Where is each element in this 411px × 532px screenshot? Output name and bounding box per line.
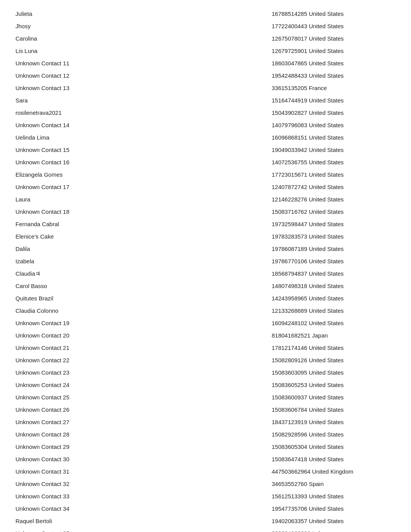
contact-row: Unknown Contact 3234653552760 Spain — [15, 478, 396, 490]
contact-name: Unknown Contact 17 — [15, 182, 124, 192]
contact-phone: 17812174146 United States — [272, 343, 396, 353]
contact-name: Fernanda Cabral — [15, 220, 124, 229]
contact-phone: 18568794837 United States — [272, 269, 396, 278]
contact-row: Claudia Colonno12133268689 United States — [15, 305, 396, 317]
contact-name: Laura — [15, 195, 124, 204]
contact-row: Unknown Contact 3315612513393 United Sta… — [15, 490, 396, 503]
contact-row: Unknown Contact 1614072536755 United Sta… — [15, 156, 396, 169]
contact-name: Unknown Contact 32 — [15, 479, 124, 489]
contact-name: Claudia Colonno — [15, 306, 124, 315]
contact-row: Unknown Contact 2117812174146 United Sta… — [15, 342, 396, 354]
contact-name: Raquel Bertoli — [15, 517, 124, 526]
contact-row: rosilenetrava202115043902827 United Stat… — [15, 107, 396, 119]
contact-phone: 33615135205 France — [272, 84, 396, 93]
contact-phone: 14807498318 United States — [272, 281, 396, 291]
contact-name: Lis Luna — [15, 46, 124, 56]
contact-name: Elenice's Cake — [15, 232, 124, 241]
contact-row: Sara15164744919 United States — [15, 94, 396, 107]
contact-phone: 15083600937 United States — [272, 393, 396, 402]
contact-row: Unknown Contact 1219542488433 United Sta… — [15, 70, 396, 82]
contact-name: Unknown Contact 12 — [15, 71, 124, 80]
contact-phone: 15082809126 United States — [272, 356, 396, 365]
contact-name: Izabela — [15, 257, 124, 266]
contact-name: Unknown Contact 33 — [15, 492, 124, 501]
contact-row: Dalila19786087189 United States — [15, 243, 396, 255]
contact-phone: 19732598447 United States — [272, 220, 396, 229]
contact-name: Carol Basso — [15, 281, 124, 291]
contact-row: Unknown Contact 2215082809126 United Sta… — [15, 354, 396, 367]
contact-row: Unknown Contact 31447503662964 United Ki… — [15, 466, 396, 478]
contact-row: Unknown Contact 35393294922636 Italy — [15, 527, 396, 532]
contact-name: Unknown Contact 22 — [15, 356, 124, 365]
contact-phone: 393294922636 Italy — [272, 529, 396, 532]
contact-name: Unknown Contact 29 — [15, 442, 124, 452]
contact-row: Elenice's Cake19783283573 United States — [15, 230, 396, 243]
contact-name: Jhosy — [15, 22, 124, 31]
contact-phone: 19783283573 United States — [272, 232, 396, 241]
contact-phone: 447503662964 United Kingdom — [272, 467, 396, 476]
contact-phone: 15083647418 United States — [272, 455, 396, 464]
contact-row: Unknown Contact 1414079796083 United Sta… — [15, 119, 396, 131]
contact-phone: 18437123919 United States — [272, 418, 396, 427]
contact-phone: 18603047865 United States — [272, 59, 396, 68]
contact-name: Unknown Contact 21 — [15, 343, 124, 353]
contact-row: Unknown Contact 2615083606784 United Sta… — [15, 404, 396, 416]
contact-name: Unknown Contact 31 — [15, 467, 124, 476]
contact-name: Unknown Contact 34 — [15, 504, 124, 513]
contact-phone: 19547735706 United States — [272, 504, 396, 513]
contact-row: Quitutes Brazil14243958965 United States — [15, 292, 396, 305]
contact-name: Unknown Contact 35 — [15, 529, 124, 532]
contact-row: Unknown Contact 1916094248102 United Sta… — [15, 317, 396, 329]
contact-phone: 15043902827 United States — [272, 108, 396, 118]
contact-row: Unknown Contact 2815082928596 United Sta… — [15, 428, 396, 441]
contact-name: rosilenetrava2021 — [15, 108, 124, 118]
contact-phone: 15083606784 United States — [272, 405, 396, 414]
contact-name: Quitutes Brazil — [15, 294, 124, 303]
contact-phone: 12675078017 United States — [272, 34, 396, 43]
contact-row: Raquel Bertoli19402063357 United States — [15, 515, 396, 527]
contact-row: Unknown Contact 2515083600937 United Sta… — [15, 391, 396, 404]
contact-phone: 16094248102 United States — [272, 319, 396, 328]
contact-row: Unknown Contact 1815083716762 United Sta… — [15, 206, 396, 218]
contact-name: Unknown Contact 11 — [15, 59, 124, 68]
contact-row: Elizangela Gomes17723015671 United State… — [15, 169, 396, 181]
contact-row: Unknown Contact 1519049033942 United Sta… — [15, 144, 396, 156]
contact-phone: 16788514285 United States — [272, 9, 396, 19]
contact-phone: 19402063357 United States — [272, 517, 396, 526]
contact-row: Unknown Contact 1712407872742 United Sta… — [15, 181, 396, 193]
contact-name: Unknown Contact 28 — [15, 430, 124, 439]
contact-name: Unknown Contact 13 — [15, 84, 124, 93]
contact-row: Izabela19786770106 United States — [15, 255, 396, 268]
contact-phone: 15612513393 United States — [272, 492, 396, 501]
contact-name: Unknown Contact 25 — [15, 393, 124, 402]
contact-name: Unknown Contact 15 — [15, 145, 124, 155]
contact-name: Uelinda Lima — [15, 133, 124, 142]
contact-name: Unknown Contact 20 — [15, 331, 124, 340]
contact-row: Unknown Contact 2315083603095 United Sta… — [15, 367, 396, 379]
contact-phone: 19786087189 United States — [272, 244, 396, 254]
contact-phone: 14072536755 United States — [272, 158, 396, 167]
contact-row: Julieta16788514285 United States — [15, 8, 396, 20]
contact-row: Unknown Contact 3419547735706 United Sta… — [15, 503, 396, 515]
contact-phone: 14243958965 United States — [272, 294, 396, 303]
contact-name: Julieta — [15, 9, 124, 19]
contact-name: Claudia♃ — [15, 269, 124, 278]
contact-row: Unknown Contact 2718437123919 United Sta… — [15, 416, 396, 428]
contact-row: Unknown Contact 1118603047865 United Sta… — [15, 57, 396, 70]
contact-row: Unknown Contact 1333615135205 France — [15, 82, 396, 94]
contact-phone: 19786770106 United States — [272, 257, 396, 266]
contact-name: Unknown Contact 23 — [15, 368, 124, 377]
contact-name: Carolina — [15, 34, 124, 43]
contact-phone: 15083716762 United States — [272, 207, 396, 217]
contact-name: Unknown Contact 16 — [15, 158, 124, 167]
contact-name: Unknown Contact 27 — [15, 418, 124, 427]
contact-row: Fernanda Cabral19732598447 United States — [15, 218, 396, 230]
contact-row: Lis Luna12679725901 United States — [15, 45, 396, 57]
contact-phone: 12679725901 United States — [272, 46, 396, 56]
contact-phone: 15083605253 United States — [272, 380, 396, 390]
contact-name: Unknown Contact 30 — [15, 455, 124, 464]
contact-row: Unknown Contact 2415083605253 United Sta… — [15, 379, 396, 391]
contact-row: Unknown Contact 20818041682521 Japan — [15, 329, 396, 342]
contact-phone: 15083603095 United States — [272, 368, 396, 377]
contact-row: Uelinda Lima16096868151 United States — [15, 131, 396, 144]
